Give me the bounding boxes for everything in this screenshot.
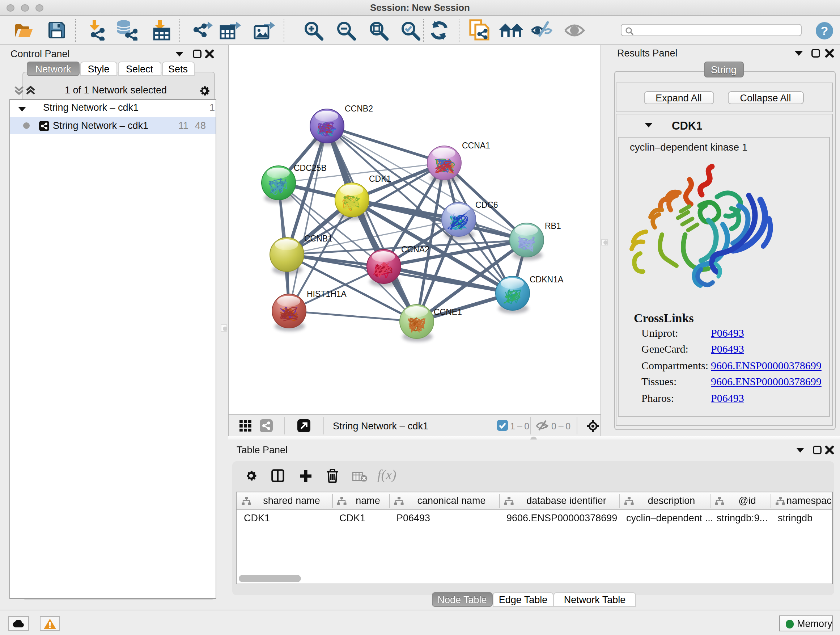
svg-text:CDKN1A: CDKN1A	[529, 275, 563, 284]
svg-text:CCNB1: CCNB1	[304, 234, 332, 243]
svg-text:CCNB2: CCNB2	[344, 104, 373, 113]
svg-text:CCNA2: CCNA2	[401, 245, 429, 254]
svg-text:CDK1: CDK1	[369, 174, 391, 184]
svg-text:?: ?	[821, 24, 829, 37]
svg-text:CDC6: CDC6	[475, 200, 498, 210]
svg-text:CCNE1: CCNE1	[433, 307, 462, 317]
svg-text:RB1: RB1	[545, 221, 561, 231]
svg-text:CDC25B: CDC25B	[294, 163, 326, 173]
svg-text:CCNA1: CCNA1	[462, 141, 490, 150]
svg-text:HIST1H1A: HIST1H1A	[306, 289, 347, 299]
